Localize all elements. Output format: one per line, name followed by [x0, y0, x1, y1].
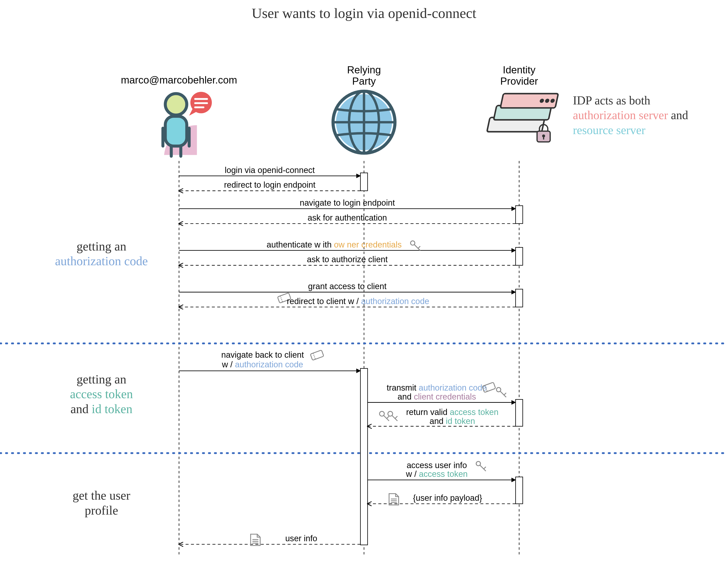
svg-line-34: [418, 246, 420, 248]
server-stack-icon: [487, 94, 558, 142]
svg-line-48: [392, 415, 397, 421]
ticket-icon: [310, 350, 324, 360]
msg-navigate-back-2: w / authorization code: [222, 360, 303, 369]
msg-userinfo: user info: [285, 534, 317, 543]
msg-navigate-back-1: navigate back to client: [221, 350, 304, 359]
key-icon: [476, 462, 486, 471]
svg-line-52: [484, 467, 486, 469]
msg-ask-auth: ask for authentication: [308, 213, 387, 223]
svg-rect-37: [310, 350, 324, 360]
activation-box: [516, 248, 523, 265]
globe-icon: [333, 91, 395, 154]
section-caption-profile: get the user profile: [72, 489, 130, 517]
idp-callout-line1: IDP acts as both: [573, 94, 650, 107]
participant-idp-label-1: Identity: [503, 64, 536, 75]
participant-rp-label-1: Relying: [347, 64, 381, 75]
activation-box: [360, 368, 367, 545]
msg-return-1: return valid access token: [406, 407, 499, 417]
section-caption-tokens: getting an access token and id token: [70, 372, 133, 416]
idp-callout-and: and: [668, 108, 688, 122]
msg-navigate: navigate to login endpoint: [300, 198, 395, 208]
svg-line-36: [280, 296, 283, 302]
msg-transmit-1: transmit authorization code: [387, 383, 487, 392]
svg-text:and id token: and id token: [70, 402, 132, 416]
section-caption-authz: getting an authorization code: [55, 240, 148, 268]
key-icon: [496, 387, 506, 397]
msg-payload: {user info payload}: [413, 493, 482, 503]
speech-bubble-icon: [189, 92, 212, 116]
msg-transmit-2: and client credentials: [398, 392, 476, 401]
svg-point-41: [496, 387, 501, 392]
document-icon: [251, 534, 260, 545]
diagram-title: User wants to login via openid-connect: [252, 5, 476, 21]
svg-text:getting an: getting an: [77, 372, 127, 386]
document-icon: [389, 494, 398, 505]
svg-line-49: [395, 416, 397, 418]
msg-return-2: and id token: [429, 416, 475, 426]
user-icon: [163, 92, 212, 156]
activation-box: [516, 399, 523, 426]
svg-rect-17: [500, 94, 558, 108]
svg-line-46: [387, 416, 389, 418]
participant-rp-label-2: Party: [352, 75, 376, 87]
msg-redirect: redirect to login endpoint: [224, 180, 316, 190]
svg-text:authorization code: authorization code: [55, 254, 148, 268]
activation-box: [360, 173, 367, 191]
svg-point-0: [165, 94, 187, 115]
svg-line-43: [504, 393, 506, 395]
msg-access-2: w / access token: [406, 469, 468, 479]
idp-callout-authz: authorization server: [573, 108, 668, 122]
participant-idp-label-2: Provider: [500, 75, 538, 87]
keys-icon: [379, 411, 397, 421]
svg-point-47: [388, 411, 393, 416]
svg-text:getting an: getting an: [77, 240, 127, 253]
svg-text:profile: profile: [85, 504, 118, 517]
idp-callout-resource: resource server: [573, 123, 645, 136]
msg-grant: grant access to client: [308, 282, 387, 291]
msg-authenticate: authenticate w ith ow ner credentials: [266, 240, 402, 249]
activation-box: [516, 477, 523, 504]
msg-redirect-code: redirect to client w / authorization cod…: [287, 296, 429, 306]
msg-access-1: access user info: [407, 461, 467, 470]
svg-point-32: [410, 241, 415, 245]
activation-box: [516, 206, 523, 224]
idp-callout: IDP acts as both authorization server an…: [573, 94, 688, 137]
svg-text:get the user: get the user: [72, 489, 130, 502]
svg-text:authorization server and: authorization server and: [573, 108, 688, 122]
participant-user-label: marco@marcobehler.com: [121, 74, 237, 85]
msg-ask-authorize: ask to authorize client: [307, 255, 388, 264]
svg-point-50: [476, 462, 481, 466]
svg-text:access token: access token: [70, 387, 133, 401]
svg-line-38: [313, 353, 316, 359]
svg-point-44: [379, 411, 384, 416]
activation-box: [516, 289, 523, 307]
msg-login: login via openid-connect: [225, 166, 315, 175]
key-icon: [410, 241, 420, 251]
svg-rect-1: [165, 116, 187, 146]
svg-line-45: [384, 415, 389, 421]
